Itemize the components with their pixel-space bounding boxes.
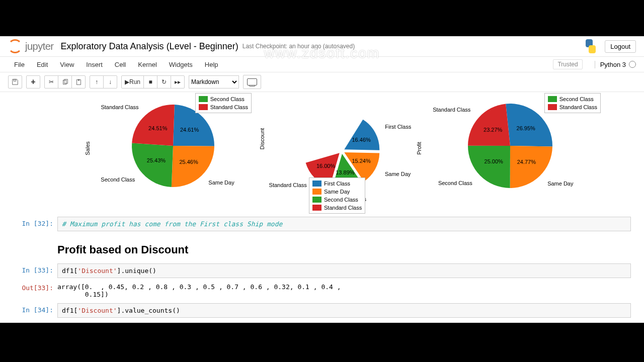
- menu-kernel[interactable]: Kernel: [132, 59, 163, 70]
- svg-text:Same Day: Same Day: [208, 179, 234, 186]
- chart-ylabel-discount: Discount: [259, 128, 265, 150]
- svg-rect-4: [77, 79, 79, 80]
- cell-32[interactable]: In [32]: # Maximum profit has come from …: [13, 217, 631, 231]
- svg-text:Same Day: Same Day: [547, 180, 574, 187]
- keyboard-icon: [247, 78, 257, 85]
- menu-insert[interactable]: Insert: [80, 59, 109, 70]
- jupyter-icon: [8, 39, 22, 53]
- svg-text:25.00%: 25.00%: [485, 158, 504, 164]
- add-cell-button[interactable]: +: [26, 75, 40, 88]
- notebook-name[interactable]: Exploratory Data Analysis (Level - Begin…: [61, 41, 238, 52]
- svg-text:First Class: First Class: [385, 124, 411, 130]
- svg-rect-0: [14, 79, 16, 81]
- menu-view[interactable]: View: [54, 59, 80, 70]
- copy-button[interactable]: [58, 75, 72, 88]
- command-palette-button[interactable]: [243, 75, 261, 89]
- menubar: File Edit View Insert Cell Kernel Widget…: [0, 57, 644, 72]
- legend-profit: Second Class Standard Class: [544, 93, 601, 113]
- markdown-heading: Profit based on Discount: [57, 243, 631, 256]
- svg-text:24.61%: 24.61%: [180, 127, 199, 133]
- svg-text:25.43%: 25.43%: [147, 157, 166, 163]
- menu-cell[interactable]: Cell: [109, 59, 132, 70]
- chart-ylabel-profit: Profit: [416, 142, 422, 155]
- cell-markdown-heading[interactable]: Profit based on Discount: [13, 234, 631, 260]
- kernel-idle-icon: [629, 61, 636, 68]
- svg-text:Second Class: Second Class: [101, 176, 135, 183]
- run-button[interactable]: ▶ Run: [121, 75, 144, 88]
- in-prompt-32: In [32]:: [13, 217, 57, 231]
- cut-button[interactable]: ✂: [44, 75, 58, 88]
- menu-file[interactable]: File: [8, 59, 31, 70]
- svg-text:24.51%: 24.51%: [148, 125, 168, 131]
- svg-text:16.46%: 16.46%: [352, 137, 371, 143]
- run-label: Run: [129, 78, 140, 85]
- trusted-badge[interactable]: Trusted: [553, 59, 582, 69]
- letterbox-top: [0, 0, 644, 36]
- toolbar: + ✂ ↑ ↓ ▶ Run ■ ↻ ▸▸ Markdown: [0, 72, 644, 92]
- svg-text:15.24%: 15.24%: [352, 158, 371, 164]
- kernel-indicator[interactable]: Python 3: [595, 61, 636, 68]
- svg-text:24.77%: 24.77%: [517, 159, 536, 165]
- menu-help[interactable]: Help: [199, 59, 224, 70]
- svg-text:Same Day: Same Day: [385, 171, 411, 177]
- code-comment: # Maximum profit has come from the First…: [62, 220, 282, 228]
- kernel-name: Python 3: [600, 61, 626, 68]
- logout-button[interactable]: Logout: [605, 40, 636, 53]
- cell-33[interactable]: In [33]: df1['Discount'].unique(): [13, 263, 631, 278]
- header: jupyter Exploratory Data Analysis (Level…: [0, 36, 644, 57]
- svg-text:Standard Class: Standard Class: [269, 182, 307, 188]
- python-icon: [584, 39, 598, 53]
- svg-text:Standard Class: Standard Class: [433, 107, 471, 113]
- letterbox-bottom: [0, 323, 644, 362]
- legend-discount: First Class Same Day Second Class Standa…: [309, 177, 365, 214]
- save-button[interactable]: [8, 75, 22, 88]
- svg-text:26.95%: 26.95%: [517, 125, 536, 131]
- restart-button[interactable]: ↻: [157, 75, 171, 88]
- output-cell-charts: Sales 24.61%First Class25.46%Same Day25.…: [13, 95, 631, 214]
- move-up-button[interactable]: ↑: [90, 75, 104, 88]
- in-prompt-33: In [33]:: [13, 263, 57, 278]
- svg-text:23.27%: 23.27%: [484, 127, 503, 133]
- in-prompt-34: In [34]:: [13, 303, 57, 318]
- legend-sales: Second Class Standard Class: [195, 93, 252, 113]
- checkpoint-text: Last Checkpoint: an hour ago (autosaved): [243, 43, 355, 50]
- move-down-button[interactable]: ↓: [103, 75, 117, 88]
- restart-run-all-button[interactable]: ▸▸: [171, 75, 185, 88]
- svg-text:Second Class: Second Class: [438, 180, 472, 186]
- svg-text:25.46%: 25.46%: [179, 159, 198, 165]
- celltype-select[interactable]: Markdown: [189, 75, 239, 88]
- paste-button[interactable]: [71, 75, 86, 88]
- notebook-area: Sales 24.61%First Class25.46%Same Day25.…: [0, 95, 644, 318]
- svg-text:13.89%: 13.89%: [336, 169, 355, 175]
- cell-34[interactable]: In [34]: df1['Discount'].value_counts(): [13, 303, 631, 318]
- svg-text:16.00%: 16.00%: [316, 163, 336, 169]
- jupyter-logo[interactable]: jupyter: [8, 39, 54, 53]
- menu-edit[interactable]: Edit: [31, 59, 54, 70]
- out-prompt-33: Out[33]:: [13, 281, 57, 300]
- interrupt-button[interactable]: ■: [143, 75, 157, 88]
- brand-label: jupyter: [25, 41, 54, 52]
- menu-widgets[interactable]: Widgets: [163, 59, 199, 70]
- out-text-33: array([0. , 0.45, 0.2 , 0.8 , 0.3 , 0.5 …: [57, 281, 631, 300]
- cell-33-output: Out[33]: array([0. , 0.45, 0.2 , 0.8 , 0…: [13, 281, 631, 300]
- chart-ylabel-sales: Sales: [85, 141, 91, 155]
- svg-text:Standard Class: Standard Class: [101, 104, 139, 110]
